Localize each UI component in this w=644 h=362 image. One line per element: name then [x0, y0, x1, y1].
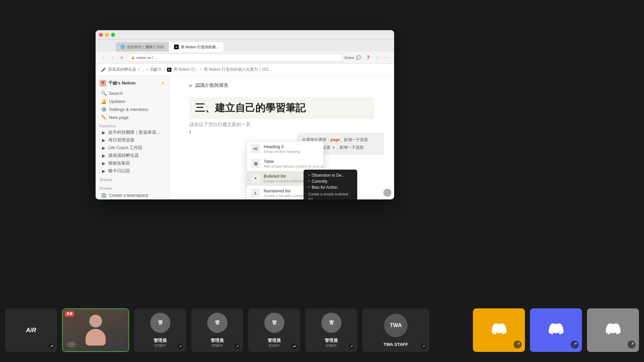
participant-staff4: 管 管理員 STAFF 🎤: [305, 308, 357, 352]
staff1-role: STAFF: [154, 344, 167, 348]
tab2-favicon: N: [174, 45, 179, 49]
participant-twa-staff: TWA TWA STAFF 🎤: [362, 308, 429, 352]
staff3-avatar: 管: [264, 313, 284, 333]
expand-icon: ⚡: [160, 81, 165, 85]
participant-staff3: 管 管理員 STAFF 🎤: [248, 308, 300, 352]
sidebar-item-settings[interactable]: ⚙️ Settings & members: [97, 105, 168, 113]
section-intro-toggle[interactable]: ▶ 認識介面與環境: [190, 82, 374, 92]
breadcrumb-2[interactable]: ...: [141, 67, 145, 72]
forward-button[interactable]: ›: [109, 54, 116, 61]
minimize-button[interactable]: [105, 33, 109, 37]
help-icon[interactable]: ❓: [365, 54, 371, 61]
block-menu-item-h3[interactable]: H3 Heading 3 Small section heading.: [247, 141, 323, 156]
twa-name: TWA STAFF: [384, 342, 408, 347]
tooltip-item-3: Bias for Action: [308, 185, 353, 190]
participant-staff2: 管 管理員 STAFF 🎤: [191, 308, 243, 352]
numbered-block-icon: 1.: [251, 188, 260, 198]
fav1-icon: ▶: [101, 130, 106, 135]
tab1-favicon: 🌐: [120, 45, 125, 49]
browser-titlebar: [96, 30, 394, 40]
main-content-area: ▶ 認識介面與環境 三、建立自己的學習筆記 請在以下空白行建立新的一頁 / H3…: [169, 76, 394, 199]
browser-tabs: 🌐 領先時代｜團隊工作區 N 用 Notion 打造你的個...: [96, 40, 394, 52]
discord-blue-icon: [549, 321, 564, 339]
discord-gray-icon: [606, 321, 621, 339]
staff1-name: 管理員: [154, 338, 167, 344]
table-block-icon: ⊞: [251, 159, 260, 168]
participants-bar: AiR 🎤 直播 ⋯ 管 管理員 STAFF 🎤: [0, 305, 644, 362]
browser-window: 🌐 領先時代｜團隊工作區 N 用 Notion 打造你的個... ‹ › ⊕ 🔒…: [96, 30, 394, 199]
sidebar-item-teamspace[interactable]: 🏢 Create a teamspace: [97, 191, 168, 199]
staff4-role: STAFF: [325, 344, 338, 348]
updates-icon: 🔔: [101, 99, 106, 104]
staff4-avatar: 管: [321, 313, 341, 333]
breadcrumb-1[interactable]: 講座講師孵化器: [108, 67, 136, 72]
sidebar-item-newpage[interactable]: ✏️ New page: [97, 113, 168, 121]
fav-item-5[interactable]: ▶ 模板收集區: [97, 160, 168, 167]
twa-name-area: TWA STAFF: [384, 339, 408, 347]
shared-section-label: Shared: [96, 175, 169, 182]
staff2-name-area: 管理員 STAFF: [211, 335, 224, 348]
twa-mic-icon: 🎤: [420, 343, 427, 350]
workspace-avatar: 千: [100, 80, 106, 86]
breadcrumb-emoji: 🎤: [101, 67, 106, 72]
help-button[interactable]: ?: [383, 189, 391, 197]
staff4-name-area: 管理員 STAFF: [325, 335, 338, 348]
bulleted-block-icon: •: [251, 174, 260, 183]
browser-tab-1[interactable]: 🌐 領先時代｜團隊工作區: [116, 42, 169, 52]
maximize-button[interactable]: [111, 33, 115, 37]
sidebar-item-templates[interactable]: 📐 Templates: [97, 199, 168, 199]
fav-item-6[interactable]: ▶ 離卡日記區: [97, 167, 168, 175]
mic4-off: 🎤: [348, 344, 354, 349]
twa-mic-off: 🎤: [421, 344, 426, 349]
comment-icon[interactable]: 💬: [355, 54, 362, 61]
refresh-button[interactable]: ⊕: [118, 54, 125, 61]
tooltip-description: Create a simple bulleted list.: [308, 192, 353, 199]
air-label: AiR: [26, 327, 36, 334]
mic2-off: 🎤: [234, 344, 240, 349]
staff4-mic-icon: 🎤: [348, 343, 355, 350]
staff2-mic-icon: 🎤: [234, 343, 240, 350]
staff2-role: STAFF: [211, 344, 224, 348]
fav-item-3[interactable]: ▶ Life Coach 工作區: [97, 144, 168, 152]
discord-orange-icon: [492, 321, 506, 339]
sidebar: 千 千絲's Notion ⚡ 🔍 Search 🔔 Updates ⚙️ Se…: [96, 76, 169, 199]
sidebar-item-updates[interactable]: 🔔 Updates: [97, 97, 168, 105]
bulleted-list-tooltip: Obsession to De... Curiosity Bias for Ac…: [304, 170, 357, 199]
menu-icon[interactable]: ⋯: [383, 54, 390, 61]
fav-item-2[interactable]: ▶ 每日習慣追蹤: [97, 136, 168, 144]
section-main-title: 三、建立自己的學習筆記: [190, 97, 374, 119]
discord-gray-mic: 🎤: [628, 341, 636, 349]
bookmark-icon[interactable]: ☆: [374, 54, 381, 61]
staff3-name-area: 管理員 STAFF: [268, 335, 281, 348]
tab1-label: 領先時代｜團隊工作區: [127, 45, 164, 50]
breadcrumb-3[interactable]: 高齡大: [150, 67, 162, 72]
browser-tab-2[interactable]: N 用 Notion 打造你的個...: [169, 42, 223, 52]
participant-staff1: 管 管理員 STAFF 🎤: [134, 308, 186, 352]
url-bar[interactable]: 🔒 notion.so / ...: [128, 54, 343, 62]
teamspace-icon: 🏢: [101, 192, 106, 198]
staff1-avatar: 管: [150, 313, 170, 333]
fav4-icon: ▶: [101, 153, 106, 159]
more-options-button[interactable]: ⋯: [67, 342, 76, 347]
breadcrumb-5[interactable]: 用 Notion 打造你的個人生產力｜101...: [204, 67, 272, 72]
discord-orange-mic: 🎤: [514, 341, 522, 349]
fav-item-1[interactable]: ▶ 提升科技圈懷｜歡迎來當...: [97, 129, 168, 136]
breadcrumb-notion-icon: N: [167, 68, 171, 72]
live-badge: 直播: [65, 311, 74, 317]
browser-body: 千 千絲's Notion ⚡ 🔍 Search 🔔 Updates ⚙️ Se…: [96, 76, 394, 199]
tooltip-item-1: Obsession to De...: [308, 173, 353, 178]
close-button[interactable]: [99, 33, 103, 37]
address-bar-container: ‹ › ⊕ 🔒 notion.so / ... Share 💬 ❓ ☆ ⋯: [96, 52, 394, 64]
back-button[interactable]: ‹: [100, 54, 106, 61]
breadcrumb-4[interactable]: 用 Notion 打...: [173, 67, 199, 72]
workspace-name[interactable]: 千 千絲's Notion: [100, 80, 136, 86]
fav-item-4[interactable]: ▶ 講座講師孵化器: [97, 152, 168, 160]
block-menu-item-table[interactable]: ⊞ Table Add simple tabular content to yo…: [247, 156, 323, 171]
h3-block-info: Heading 3 Small section heading.: [264, 144, 319, 154]
section-subtitle: 請在以下空白行建立新的一頁: [190, 122, 374, 128]
sidebar-item-search[interactable]: 🔍 Search: [97, 89, 168, 97]
intro-arrow-icon: ▶: [190, 83, 193, 88]
share-button[interactable]: Share: [346, 54, 353, 61]
fav5-icon: ▶: [101, 161, 106, 166]
person-body: [86, 329, 106, 346]
